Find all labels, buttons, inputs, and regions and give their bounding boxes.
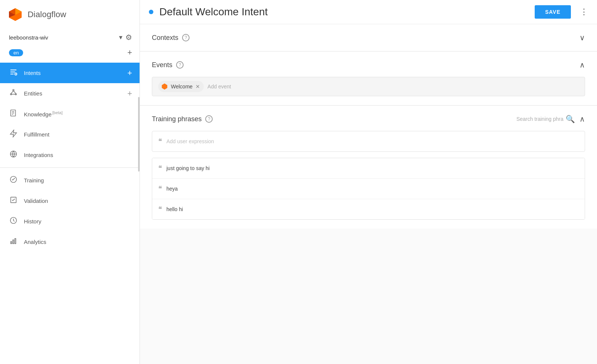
training-search[interactable]: Search training phra 🔍 (516, 114, 575, 123)
contexts-title: Contexts (152, 34, 178, 42)
events-help-icon[interactable]: ? (176, 61, 184, 69)
welcome-chip-label: Welcome (171, 84, 193, 90)
sidebar: Dialogflow leeboonstra-wiv ▾ ⚙ en + Inte… (0, 0, 140, 364)
knowledge-label: Knowledge[beta] (24, 110, 132, 117)
training-phrases-section: Training phrases ? Search training phra … (140, 106, 597, 229)
more-options-icon[interactable]: ⋮ (580, 7, 588, 17)
agent-row: leeboonstra-wiv ▾ ⚙ (0, 29, 140, 46)
sidebar-item-validation[interactable]: Validation (0, 191, 140, 211)
events-content: Welcome ✕ Add event (152, 77, 585, 96)
agent-settings-icon[interactable]: ⚙ (125, 33, 132, 42)
svg-line-14 (13, 91, 16, 93)
svg-rect-26 (11, 242, 12, 244)
svg-point-9 (15, 73, 17, 75)
analytics-icon (9, 237, 18, 247)
contexts-section: Contexts ? ∨ (140, 24, 597, 51)
training-phrases-help-icon[interactable]: ? (205, 115, 213, 123)
main-header: Default Welcome Intent SAVE ⋮ (140, 0, 597, 24)
language-badge[interactable]: en (9, 49, 23, 56)
sidebar-item-intents[interactable]: Intents + (0, 63, 140, 83)
contexts-chevron-icon[interactable]: ∨ (579, 33, 585, 42)
phrase-item-0[interactable]: ❝ just going to say hi (152, 158, 585, 179)
add-expression-quote-icon: ❝ (158, 137, 162, 145)
agent-dropdown-icon[interactable]: ▾ (119, 33, 122, 41)
sidebar-item-fulfillment[interactable]: Fulfillment (0, 124, 140, 145)
add-event-placeholder[interactable]: Add event (207, 84, 231, 90)
validation-label: Validation (24, 198, 132, 204)
events-header[interactable]: Events ? ∧ (152, 60, 585, 69)
app-name: Dialogflow (28, 10, 66, 19)
events-title-row: Events ? (152, 61, 184, 69)
nav-divider-1 (0, 167, 140, 168)
svg-line-13 (11, 91, 13, 93)
fulfillment-icon (9, 129, 18, 139)
phrase-quote-icon-1: ❝ (158, 185, 162, 193)
status-dot (149, 10, 153, 14)
fulfillment-label: Fulfillment (24, 131, 132, 138)
sidebar-item-entities[interactable]: Entities + (0, 83, 140, 104)
analytics-label: Analytics (24, 239, 132, 245)
history-icon (9, 216, 18, 226)
contexts-help-icon[interactable]: ? (182, 34, 190, 41)
phrase-item-2[interactable]: ❝ hello hi (152, 199, 585, 219)
training-title-row: Training phrases ? (152, 115, 516, 123)
contexts-header[interactable]: Contexts ? ∨ (152, 33, 585, 42)
language-row: en + (0, 46, 140, 63)
integrations-icon (9, 150, 18, 160)
sidebar-item-training[interactable]: Training (0, 170, 140, 191)
welcome-event-chip: Welcome ✕ (158, 81, 204, 92)
phrase-quote-icon-0: ❝ (158, 164, 162, 172)
main-content: Default Welcome Intent SAVE ⋮ Contexts ?… (140, 0, 597, 364)
events-input-row[interactable]: Welcome ✕ Add event (152, 77, 585, 96)
events-section: Events ? ∧ Welcome ✕ Add event (140, 51, 597, 106)
integrations-label: Integrations (24, 152, 132, 158)
search-placeholder-text: Search training phra (516, 116, 563, 122)
svg-rect-6 (10, 70, 17, 70)
training-label: Training (24, 177, 132, 183)
contexts-title-row: Contexts ? (152, 34, 190, 42)
history-label: History (24, 218, 132, 225)
entities-label: Entities (24, 90, 121, 97)
save-button[interactable]: SAVE (535, 5, 571, 19)
events-title: Events (152, 61, 172, 69)
intents-icon (9, 68, 18, 78)
intents-label: Intents (24, 70, 121, 76)
phrase-text-0: just going to say hi (166, 165, 210, 171)
agent-name: leeboonstra-wiv (9, 34, 116, 41)
svg-marker-29 (162, 84, 168, 90)
svg-point-10 (13, 90, 14, 91)
beta-badge: [beta] (52, 110, 63, 115)
svg-rect-7 (10, 72, 15, 72)
training-chevron-icon[interactable]: ∧ (579, 114, 585, 123)
svg-rect-8 (10, 74, 14, 75)
sidebar-nav: Intents + Entities + Knowledge[beta] Ful… (0, 63, 140, 252)
sidebar-item-knowledge[interactable]: Knowledge[beta] (0, 104, 140, 124)
phrase-item-1[interactable]: ❝ heya (152, 179, 585, 199)
svg-rect-27 (13, 240, 14, 244)
training-icon (9, 175, 18, 185)
svg-rect-28 (15, 239, 16, 244)
logo-area: Dialogflow (0, 0, 140, 29)
knowledge-icon (9, 109, 18, 119)
dialogflow-logo-icon (7, 7, 23, 22)
content-body: Contexts ? ∨ Events ? ∧ (140, 24, 597, 364)
add-entity-icon[interactable]: + (127, 89, 132, 98)
add-expression-box[interactable]: ❝ Add user expression (152, 131, 585, 152)
sidebar-item-analytics[interactable]: Analytics (0, 232, 140, 252)
page-title: Default Welcome Intent (159, 6, 529, 18)
events-chevron-icon[interactable]: ∧ (579, 60, 585, 69)
training-phrases-title: Training phrases (152, 115, 201, 123)
svg-marker-20 (10, 130, 17, 137)
welcome-chip-close[interactable]: ✕ (196, 84, 200, 90)
sidebar-item-history[interactable]: History (0, 211, 140, 232)
add-intent-icon[interactable]: + (127, 68, 132, 78)
phrase-text-1: heya (166, 186, 178, 192)
phrase-text-2: hello hi (166, 206, 183, 212)
welcome-chip-icon (160, 82, 169, 91)
search-icon[interactable]: 🔍 (566, 114, 575, 123)
phrase-list: ❝ just going to say hi ❝ heya ❝ hello hi (152, 158, 585, 220)
phrase-quote-icon-2: ❝ (158, 205, 162, 213)
sidebar-item-integrations[interactable]: Integrations (0, 145, 140, 165)
add-expression-placeholder: Add user expression (166, 138, 214, 144)
add-language-icon[interactable]: + (127, 48, 132, 57)
